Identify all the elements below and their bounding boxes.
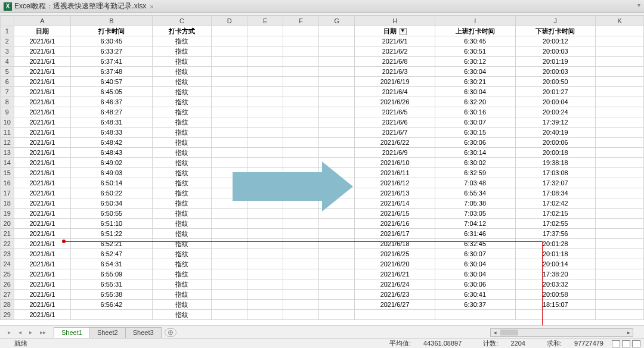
cell-J22[interactable]: 20:01:28 [515, 239, 596, 249]
cell-I9[interactable]: 6:30:16 [435, 107, 515, 117]
cell-E9[interactable] [247, 107, 283, 117]
cell-F16[interactable] [283, 178, 319, 188]
col-header-C[interactable]: C [152, 16, 211, 26]
cell-D25[interactable] [212, 269, 247, 279]
cell-I28[interactable]: 6:30:37 [435, 300, 515, 310]
cell-I19[interactable]: 7:03:05 [435, 209, 515, 219]
cell-D24[interactable] [212, 259, 247, 269]
cell-J6[interactable]: 20:00:50 [515, 77, 596, 87]
cell-J25[interactable]: 17:38:20 [515, 269, 596, 279]
row-header-9[interactable]: 9 [1, 107, 14, 117]
cell-K20[interactable] [596, 219, 644, 229]
row-header-26[interactable]: 26 [1, 279, 14, 290]
cell-K28[interactable] [596, 300, 644, 310]
cell-I1[interactable]: 上班打卡时间 [435, 26, 515, 36]
cell-K6[interactable] [596, 77, 644, 87]
cell-K29[interactable] [596, 310, 644, 320]
cell-E10[interactable] [247, 117, 283, 128]
cell-H16[interactable]: 2021/6/12 [355, 178, 435, 188]
cell-J27[interactable]: 20:00:58 [515, 290, 596, 300]
cell-J3[interactable]: 20:00:03 [515, 46, 596, 57]
cell-G6[interactable] [319, 77, 355, 87]
cell-A8[interactable]: 2021/6/1 [14, 97, 70, 107]
cell-C3[interactable]: 指纹 [152, 46, 211, 57]
cell-B24[interactable]: 6:54:31 [71, 259, 153, 269]
cell-F22[interactable] [283, 239, 319, 249]
row-header-25[interactable]: 25 [1, 269, 14, 279]
row-header-18[interactable]: 18 [1, 198, 14, 209]
cell-J14[interactable]: 19:38:18 [515, 158, 596, 168]
cell-A7[interactable]: 2021/6/1 [14, 87, 70, 97]
cell-B23[interactable]: 6:52:47 [71, 249, 153, 259]
close-tab-icon[interactable]: × [150, 3, 153, 10]
row-header-24[interactable]: 24 [1, 259, 14, 269]
spreadsheet-grid[interactable]: ABCDEFGHIJK1日期打卡时间打卡方式日期 ▾上班打卡时间下班打卡时间22… [0, 15, 644, 320]
cell-C13[interactable]: 指纹 [152, 148, 211, 158]
cell-B20[interactable]: 6:51:10 [71, 219, 153, 229]
cell-G11[interactable] [319, 128, 355, 138]
cell-F26[interactable] [283, 279, 319, 290]
cell-K21[interactable] [596, 229, 644, 239]
cell-J23[interactable]: 20:01:18 [515, 249, 596, 259]
cell-K9[interactable] [596, 107, 644, 117]
cell-I3[interactable]: 6:30:51 [435, 46, 515, 57]
cell-A20[interactable]: 2021/6/1 [14, 219, 70, 229]
cell-J11[interactable]: 20:40:19 [515, 128, 596, 138]
cell-K14[interactable] [596, 158, 644, 168]
cell-G4[interactable] [319, 57, 355, 67]
cell-B29[interactable] [71, 310, 153, 320]
row-header-6[interactable]: 6 [1, 77, 14, 87]
cell-H7[interactable]: 2021/6/4 [355, 87, 435, 97]
row-header-3[interactable]: 3 [1, 46, 14, 57]
cell-A29[interactable]: 2021/6/1 [14, 310, 70, 320]
cell-A26[interactable]: 2021/6/1 [14, 279, 70, 290]
cell-G21[interactable] [319, 229, 355, 239]
cell-J20[interactable]: 17:02:55 [515, 219, 596, 229]
filter-dropdown-icon[interactable]: ▾ [400, 28, 407, 35]
row-header-1[interactable]: 1 [1, 26, 14, 36]
cell-H18[interactable]: 2021/6/14 [355, 198, 435, 209]
cell-G18[interactable] [319, 198, 355, 209]
cell-G27[interactable] [319, 290, 355, 300]
cell-H20[interactable]: 2021/6/16 [355, 219, 435, 229]
cell-C26[interactable]: 指纹 [152, 279, 211, 290]
cell-I2[interactable]: 6:30:45 [435, 36, 515, 46]
cell-I20[interactable]: 7:04:12 [435, 219, 515, 229]
cell-H13[interactable]: 2021/6/9 [355, 148, 435, 158]
cell-B3[interactable]: 6:33:27 [71, 46, 153, 57]
ribbon-collapse-icon[interactable]: ▾ [637, 2, 640, 8]
cell-J18[interactable]: 17:02:42 [515, 198, 596, 209]
cell-A15[interactable]: 2021/6/1 [14, 168, 70, 178]
cell-B13[interactable]: 6:48:43 [71, 148, 153, 158]
cell-G3[interactable] [319, 46, 355, 57]
cell-D27[interactable] [212, 290, 247, 300]
cell-H14[interactable]: 2021/6/10 [355, 158, 435, 168]
cell-I11[interactable]: 6:30:15 [435, 128, 515, 138]
cell-A25[interactable]: 2021/6/1 [14, 269, 70, 279]
cell-H29[interactable] [355, 310, 435, 320]
col-header-I[interactable]: I [435, 16, 515, 26]
cell-I6[interactable]: 6:30:21 [435, 77, 515, 87]
cell-F4[interactable] [283, 57, 319, 67]
cell-H24[interactable]: 2021/6/20 [355, 259, 435, 269]
cell-H21[interactable]: 2021/6/17 [355, 229, 435, 239]
cell-H6[interactable]: 2021/6/19 [355, 77, 435, 87]
cell-C24[interactable]: 指纹 [152, 259, 211, 269]
cell-F20[interactable] [283, 219, 319, 229]
cell-C25[interactable]: 指纹 [152, 269, 211, 279]
cell-F28[interactable] [283, 300, 319, 310]
cell-J15[interactable]: 17:03:08 [515, 168, 596, 178]
cell-E14[interactable] [247, 158, 283, 168]
cell-C22[interactable]: 指纹 [152, 239, 211, 249]
cell-K1[interactable] [596, 26, 644, 36]
col-header-J[interactable]: J [515, 16, 596, 26]
cell-K3[interactable] [596, 46, 644, 57]
cell-H12[interactable]: 2021/6/22 [355, 138, 435, 148]
cell-I22[interactable]: 6:32:45 [435, 239, 515, 249]
cell-B21[interactable]: 6:51:22 [71, 229, 153, 239]
col-header-K[interactable]: K [596, 16, 644, 26]
cell-D9[interactable] [212, 107, 247, 117]
cell-D16[interactable] [212, 178, 247, 188]
row-header-2[interactable]: 2 [1, 36, 14, 46]
cell-B26[interactable]: 6:55:31 [71, 279, 153, 290]
